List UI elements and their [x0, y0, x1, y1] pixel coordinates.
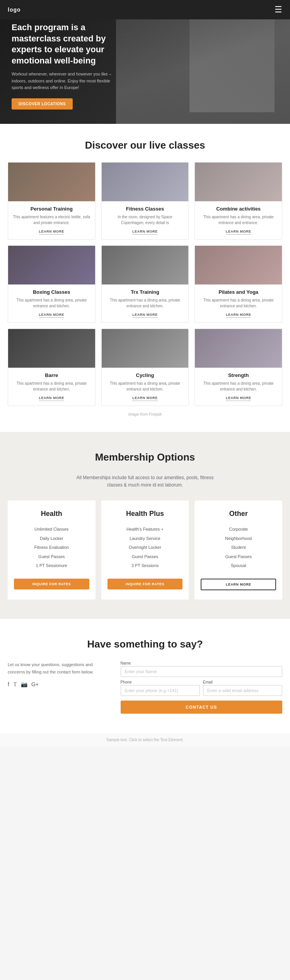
class-info: Fitness Classes In the room, designed by…	[102, 201, 189, 239]
membership-feature: Laundry Service	[107, 534, 183, 543]
membership-feature: Neighborhood	[201, 534, 276, 543]
class-info: Boxing Classes This apartment has a dini…	[8, 284, 95, 322]
learn-more-button[interactable]: LEARN MORE	[132, 396, 158, 401]
class-card: Strength This apartment has a dining are…	[194, 329, 282, 406]
contact-section: Have something to say? Let us know your …	[0, 619, 290, 733]
twitter-icon[interactable]: 𝕋	[13, 681, 17, 687]
membership-feature: Guest Passes	[107, 552, 183, 561]
class-card: Pilates and Yoga This apartment has a di…	[194, 245, 282, 323]
class-image	[195, 163, 282, 201]
discover-locations-button[interactable]: DISCOVER LOCATIONS	[12, 98, 73, 110]
class-name: Fitness Classes	[106, 206, 184, 212]
googleplus-icon[interactable]: G+	[31, 681, 39, 687]
learn-more-button[interactable]: LEARN MORE	[132, 313, 158, 318]
phone-input[interactable]	[121, 685, 200, 696]
membership-features-list: Health's Features +Laundry ServiceOverni…	[107, 525, 183, 570]
membership-grid: Health Unlimited ClassesDaily LockerFitn…	[8, 500, 282, 600]
class-image	[8, 246, 95, 284]
phone-email-row: Phone Email	[121, 680, 282, 696]
hero-content: Each program is a masterclass created by…	[0, 3, 131, 121]
membership-card: Health Plus Health's Features +Laundry S…	[101, 500, 189, 600]
class-description: This apartment has a dining area, privat…	[200, 214, 277, 226]
phone-label: Phone	[121, 680, 200, 684]
logo: logo	[8, 7, 21, 13]
learn-more-button[interactable]: LEARN MORE	[226, 313, 251, 318]
membership-feature: 3 PT Sessions	[107, 561, 183, 570]
learn-more-button[interactable]: LEARN MORE	[132, 230, 158, 235]
classes-section-title: Discover our live classes	[8, 139, 282, 151]
contact-description: Let us know your questions, suggestions …	[8, 661, 109, 675]
hamburger-icon[interactable]: ☰	[275, 5, 282, 15]
contact-title: Have something to say?	[8, 638, 282, 650]
class-description: This apartment has a dining area, privat…	[200, 297, 277, 309]
membership-feature: Student	[201, 543, 276, 552]
class-description: In the room, designed by Space Copenhage…	[106, 214, 184, 226]
membership-cta-button[interactable]: INQUIRE FOR RATES	[14, 579, 89, 589]
class-image	[195, 246, 282, 284]
classes-grid: Personal Training This apartment feature…	[8, 162, 282, 406]
name-field-row: Name	[121, 661, 282, 677]
facebook-icon[interactable]: f	[8, 681, 9, 687]
class-info: Combine activities This apartment has a …	[195, 201, 282, 239]
class-image	[8, 329, 95, 368]
class-card: Personal Training This apartment feature…	[8, 162, 96, 240]
email-label: Email	[203, 680, 282, 684]
contact-us-button[interactable]: CONTACT US	[121, 701, 282, 714]
learn-more-button[interactable]: LEARN MORE	[39, 230, 65, 235]
class-description: This apartment has a dining area, privat…	[106, 380, 184, 392]
class-info: Personal Training This apartment feature…	[8, 201, 95, 239]
instagram-icon[interactable]: 📷	[21, 681, 27, 687]
class-info: Strength This apartment has a dining are…	[195, 368, 282, 406]
class-card: Fitness Classes In the room, designed by…	[101, 162, 189, 240]
membership-subtitle: All Memberships include full access to o…	[72, 474, 218, 489]
membership-features-list: CorporateNeighborhoodStudentGuest Passes…	[201, 525, 276, 570]
email-field: Email	[203, 680, 282, 696]
class-card: Cycling This apartment has a dining area…	[101, 329, 189, 406]
membership-feature: 1 PT Sessionure	[14, 561, 89, 570]
social-icons: f𝕋📷G+	[8, 681, 109, 687]
learn-more-button[interactable]: LEARN MORE	[39, 313, 65, 318]
learn-more-button[interactable]: LEARN MORE	[39, 396, 65, 401]
class-name: Pilates and Yoga	[200, 289, 277, 295]
membership-cta-button[interactable]: LEARN MORE	[201, 579, 276, 590]
contact-form: Name Phone Email CONTACT US	[121, 661, 282, 714]
class-name: Strength	[200, 372, 277, 378]
membership-plan-title: Other	[201, 510, 276, 518]
class-info: Pilates and Yoga This apartment has a di…	[195, 284, 282, 322]
class-card: Barre This apartment has a dining area, …	[8, 329, 96, 406]
class-image	[102, 329, 189, 368]
membership-feature: Daily Locker	[14, 534, 89, 543]
learn-more-button[interactable]: LEARN MORE	[226, 396, 251, 401]
membership-cta-button[interactable]: INQUIRE FOR RATES	[107, 579, 183, 589]
class-info: Cycling This apartment has a dining area…	[102, 368, 189, 406]
class-name: Combine activities	[200, 206, 277, 212]
membership-feature: Fitness Evaluation	[14, 543, 89, 552]
class-info: Barre This apartment has a dining area, …	[8, 368, 95, 406]
class-description: This apartment has a dining area, privat…	[13, 380, 90, 392]
class-name: Boxing Classes	[13, 289, 90, 295]
membership-feature: Health's Features +	[107, 525, 183, 534]
membership-card: Health Unlimited ClassesDaily LockerFitn…	[8, 500, 96, 600]
classes-section: Discover our live classes Personal Train…	[0, 124, 290, 432]
class-card: Boxing Classes This apartment has a dini…	[8, 245, 96, 323]
membership-plan-title: Health Plus	[107, 510, 183, 518]
class-info: Trx Training This apartment has a dining…	[102, 284, 189, 322]
membership-feature: Unlimited Classes	[14, 525, 89, 534]
membership-plan-title: Health	[14, 510, 89, 518]
membership-title: Membership Options	[8, 451, 282, 463]
phone-field: Phone	[121, 680, 200, 696]
header: logo ☰	[0, 0, 290, 19]
membership-section: Membership Options All Memberships inclu…	[0, 432, 290, 619]
class-description: This apartment has a dining area, privat…	[200, 380, 277, 392]
name-input[interactable]	[121, 666, 282, 677]
membership-feature: Corporate	[201, 525, 276, 534]
class-name: Barre	[13, 372, 90, 378]
hero-title: Each program is a masterclass created by…	[12, 22, 120, 66]
class-card: Combine activities This apartment has a …	[194, 162, 282, 240]
hero-subtitle: Workout whenever, wherever and however y…	[12, 71, 120, 91]
contact-left: Let us know your questions, suggestions …	[8, 661, 109, 687]
learn-more-button[interactable]: LEARN MORE	[226, 230, 251, 235]
class-card: Trx Training This apartment has a dining…	[101, 245, 189, 323]
email-input[interactable]	[203, 685, 282, 696]
class-name: Personal Training	[13, 206, 90, 212]
